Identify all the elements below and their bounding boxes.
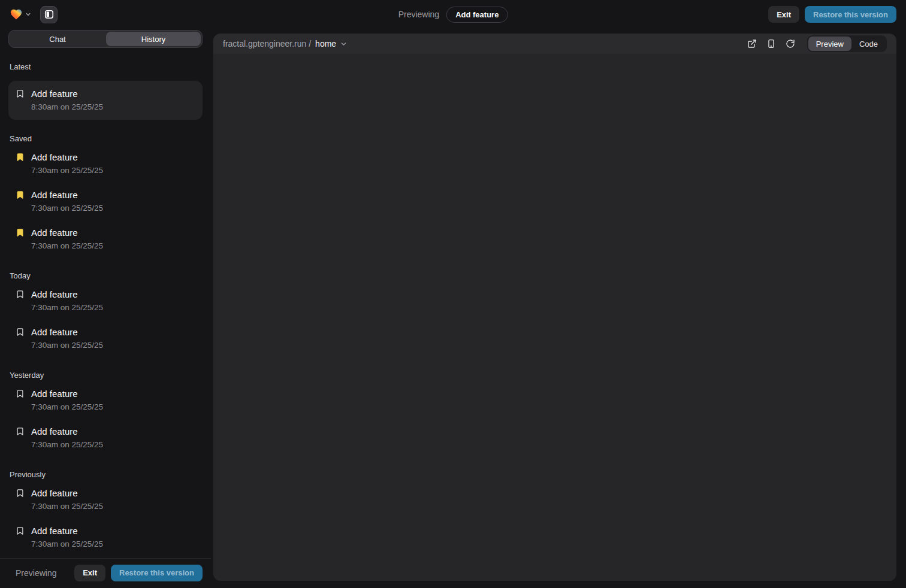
exit-button[interactable]: Exit [768,6,799,23]
item-time: 7:30am on 25/25/25 [31,440,103,450]
section-title: Latest [10,62,201,72]
preview-content[interactable] [213,54,896,581]
version-pill[interactable]: Add feature [446,7,508,23]
history-section: Previously Add feature 7:30am on 25/25/2… [8,470,203,555]
toggle-code[interactable]: Code [851,37,886,51]
tab-history[interactable]: History [106,32,201,46]
section-title: Saved [10,134,201,144]
header-left [10,6,58,23]
open-in-new-tab-button[interactable] [744,35,760,52]
item-title: Add feature [31,488,103,499]
section-items: Add feature 7:30am on 25/25/25 Add featu… [8,482,203,555]
item-time: 7:30am on 25/25/25 [31,204,103,213]
bookmark-outline-icon [16,427,25,436]
history-item[interactable]: Add feature 7:30am on 25/25/25 [8,520,203,555]
item-title: Add feature [31,228,103,238]
top-header: Previewing Add feature Exit Restore this… [0,0,906,29]
chevron-down-icon [340,41,347,47]
history-section: Yesterday Add feature 7:30am on 25/25/25 [8,371,203,456]
preview-topbar: fractal.gptengineer.run / home [213,34,896,54]
item-title: Add feature [31,289,103,300]
bookmark-outline-icon [16,389,25,398]
item-title: Add feature [31,389,103,399]
section-items: Add feature 8:30am on 25/25/25 [8,81,203,120]
sidebar-footer: Previewing Exit Restore this version [0,558,211,588]
section-items: Add feature 7:30am on 25/25/25 Add featu… [8,383,203,456]
item-title: Add feature [31,327,103,338]
workspace-menu-button[interactable] [10,8,31,20]
preview-actions: Preview Code [744,35,887,52]
preview-url-page: home [315,39,336,49]
item-time: 7:30am on 25/25/25 [31,303,103,313]
tab-chat[interactable]: Chat [10,32,105,46]
section-title: Yesterday [10,371,201,380]
refresh-icon [786,39,795,49]
history-section: Saved Add feature 7:30am on 25/25/25 [8,134,203,257]
preview-url-host: fractal.gptengineer.run / [223,39,311,49]
item-title: Add feature [31,190,103,201]
item-time: 7:30am on 25/25/25 [31,166,103,175]
item-time: 8:30am on 25/25/25 [31,102,103,112]
item-title: Add feature [31,152,103,163]
previewing-label: Previewing [398,10,439,19]
item-title: Add feature [31,89,103,99]
bookmark-outline-icon [16,526,25,535]
preview-code-toggle: Preview Code [807,35,887,52]
history-item[interactable]: Add feature 7:30am on 25/25/25 [8,146,203,181]
toggle-preview[interactable]: Preview [808,37,851,51]
history-item[interactable]: Add feature 7:30am on 25/25/25 [8,482,203,517]
preview-panel: fractal.gptengineer.run / home [213,34,896,581]
bookmark-outline-icon [16,489,25,498]
history-item[interactable]: Add feature 7:30am on 25/25/25 [8,321,203,356]
chevron-down-icon [25,11,31,17]
history-item[interactable]: Add feature 7:30am on 25/25/25 [8,420,203,456]
bookmark-filled-icon [16,228,25,237]
history-list[interactable]: Latest Add feature 8:30am on 25/25/25 Sa… [0,48,211,558]
footer-previewing-label: Previewing [16,568,56,578]
history-item[interactable]: Add feature 7:30am on 25/25/25 [8,283,203,319]
panel-left-icon [44,10,54,19]
section-items: Add feature 7:30am on 25/25/25 Add featu… [8,146,203,257]
sidebar-toggle-button[interactable] [40,6,58,23]
bookmark-outline-icon [16,290,25,299]
history-item[interactable]: Add feature 7:30am on 25/25/25 [8,184,203,219]
bookmark-outline-icon [16,89,25,98]
restore-version-button[interactable]: Restore this version [805,6,896,23]
header-center: Previewing Add feature [398,0,508,29]
section-items: Add feature 7:30am on 25/25/25 Add featu… [8,283,203,356]
item-title: Add feature [31,526,103,537]
section-title: Today [10,271,201,281]
footer-restore-version-button[interactable]: Restore this version [111,565,203,581]
history-sidebar: Chat History Latest Add feature 8:30am o… [0,29,211,588]
item-title: Add feature [31,426,103,437]
history-item[interactable]: Add feature 8:30am on 25/25/25 [8,81,203,120]
section-title: Previously [10,470,201,480]
lovable-heart-logo-icon [10,8,23,20]
bookmark-filled-icon [16,153,25,162]
bookmark-outline-icon [16,328,25,337]
item-time: 7:30am on 25/25/25 [31,341,103,350]
item-time: 7:30am on 25/25/25 [31,502,103,511]
item-time: 7:30am on 25/25/25 [31,402,103,412]
external-link-icon [747,39,757,49]
preview-url-selector[interactable]: fractal.gptengineer.run / home [223,39,347,49]
history-item[interactable]: Add feature 7:30am on 25/25/25 [8,383,203,418]
bookmark-filled-icon [16,190,25,199]
chat-history-tabs: Chat History [8,30,203,48]
refresh-button[interactable] [782,35,799,52]
history-item[interactable]: Add feature 7:30am on 25/25/25 [8,222,203,257]
footer-exit-button[interactable]: Exit [74,565,105,581]
header-right: Exit Restore this version [768,6,896,23]
mobile-preview-icon [766,39,776,49]
item-time: 7:30am on 25/25/25 [31,539,103,549]
history-section: Latest Add feature 8:30am on 25/25/25 [8,62,203,120]
mobile-view-button[interactable] [763,35,780,52]
item-time: 7:30am on 25/25/25 [31,241,103,251]
history-section: Today Add feature 7:30am on 25/25/25 [8,271,203,356]
